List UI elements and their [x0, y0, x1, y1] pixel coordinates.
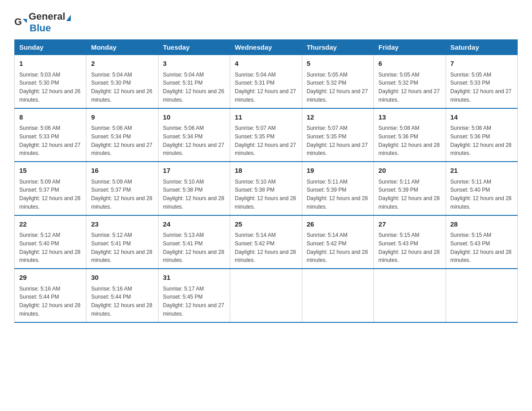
day-cell: 18 Sunrise: 5:10 AM Sunset: 5:38 PM Dayl…: [230, 162, 302, 215]
day-number: 17: [163, 166, 225, 176]
day-cell: 9 Sunrise: 5:06 AM Sunset: 5:34 PM Dayli…: [86, 108, 158, 162]
day-sunrise: Sunrise: 5:11 AM: [378, 179, 419, 185]
day-number: 31: [163, 273, 225, 283]
day-number: 11: [235, 112, 297, 123]
day-number: 12: [307, 112, 369, 123]
day-number: 15: [19, 166, 82, 176]
day-daylight: Daylight: 12 hours and 28 minutes.: [19, 195, 81, 210]
day-sunset: Sunset: 5:34 PM: [163, 133, 203, 140]
day-daylight: Daylight: 12 hours and 28 minutes.: [235, 195, 296, 210]
day-number: 5: [307, 59, 369, 69]
day-sunset: Sunset: 5:31 PM: [163, 80, 203, 86]
col-header-saturday: Saturday: [446, 40, 517, 55]
day-sunrise: Sunrise: 5:14 AM: [307, 232, 348, 238]
day-sunrise: Sunrise: 5:13 AM: [163, 232, 204, 238]
day-number: 25: [235, 219, 297, 230]
day-number: 2: [91, 59, 153, 69]
day-sunset: Sunset: 5:34 PM: [91, 133, 131, 140]
day-daylight: Daylight: 12 hours and 27 minutes.: [19, 142, 81, 157]
day-daylight: Daylight: 12 hours and 27 minutes.: [450, 88, 512, 103]
day-number: 27: [378, 219, 441, 230]
day-daylight: Daylight: 12 hours and 28 minutes.: [19, 302, 81, 317]
day-sunrise: Sunrise: 5:03 AM: [19, 72, 60, 78]
day-sunrise: Sunrise: 5:11 AM: [450, 179, 491, 185]
day-sunset: Sunset: 5:43 PM: [378, 240, 418, 247]
logo-icon: G: [14, 16, 27, 29]
week-row-4: 22 Sunrise: 5:12 AM Sunset: 5:40 PM Dayl…: [15, 215, 518, 269]
week-row-5: 29 Sunrise: 5:16 AM Sunset: 5:44 PM Dayl…: [15, 269, 518, 322]
day-sunset: Sunset: 5:40 PM: [450, 187, 490, 193]
day-number: 24: [163, 219, 225, 230]
day-sunset: Sunset: 5:36 PM: [450, 133, 490, 140]
day-cell: 22 Sunrise: 5:12 AM Sunset: 5:40 PM Dayl…: [15, 215, 86, 269]
day-sunset: Sunset: 5:44 PM: [91, 294, 131, 300]
day-daylight: Daylight: 12 hours and 26 minutes.: [91, 88, 152, 103]
day-sunset: Sunset: 5:41 PM: [163, 240, 203, 247]
day-sunset: Sunset: 5:37 PM: [91, 187, 131, 193]
day-sunset: Sunset: 5:42 PM: [235, 240, 275, 247]
day-cell: 20 Sunrise: 5:11 AM Sunset: 5:39 PM Dayl…: [374, 162, 446, 215]
day-cell: 29 Sunrise: 5:16 AM Sunset: 5:44 PM Dayl…: [15, 269, 86, 322]
day-sunset: Sunset: 5:38 PM: [163, 187, 203, 193]
day-number: 1: [19, 59, 82, 69]
col-header-friday: Friday: [374, 40, 446, 55]
day-number: 14: [450, 112, 513, 123]
day-number: 6: [378, 59, 441, 69]
day-sunset: Sunset: 5:40 PM: [19, 240, 59, 247]
svg-text:G: G: [14, 16, 22, 27]
day-cell: 21 Sunrise: 5:11 AM Sunset: 5:40 PM Dayl…: [446, 162, 517, 215]
day-daylight: Daylight: 12 hours and 28 minutes.: [91, 195, 152, 210]
day-sunset: Sunset: 5:37 PM: [19, 187, 59, 193]
day-daylight: Daylight: 12 hours and 27 minutes.: [378, 88, 440, 103]
day-cell: 16 Sunrise: 5:09 AM Sunset: 5:37 PM Dayl…: [86, 162, 158, 215]
day-number: 10: [163, 112, 225, 123]
logo: G General Blue: [14, 11, 71, 34]
day-daylight: Daylight: 12 hours and 27 minutes.: [307, 88, 368, 103]
day-sunset: Sunset: 5:38 PM: [235, 187, 275, 193]
day-sunrise: Sunrise: 5:05 AM: [378, 72, 419, 78]
day-sunset: Sunset: 5:33 PM: [19, 133, 59, 140]
day-number: 4: [235, 59, 297, 69]
day-sunrise: Sunrise: 5:15 AM: [378, 232, 419, 238]
col-header-sunday: Sunday: [15, 40, 86, 55]
day-daylight: Daylight: 12 hours and 27 minutes.: [307, 142, 368, 157]
day-sunset: Sunset: 5:31 PM: [235, 80, 275, 86]
day-cell: [230, 269, 302, 322]
day-cell: [374, 269, 446, 322]
day-number: 13: [378, 112, 441, 123]
day-sunrise: Sunrise: 5:16 AM: [91, 286, 132, 292]
day-cell: 7 Sunrise: 5:05 AM Sunset: 5:33 PM Dayli…: [446, 55, 517, 108]
day-sunset: Sunset: 5:39 PM: [378, 187, 418, 193]
day-cell: 11 Sunrise: 5:07 AM Sunset: 5:35 PM Dayl…: [230, 108, 302, 162]
day-sunrise: Sunrise: 5:16 AM: [19, 286, 60, 292]
day-sunrise: Sunrise: 5:04 AM: [163, 72, 204, 78]
day-sunset: Sunset: 5:44 PM: [19, 294, 59, 300]
day-cell: 26 Sunrise: 5:14 AM Sunset: 5:42 PM Dayl…: [302, 215, 373, 269]
day-daylight: Daylight: 12 hours and 28 minutes.: [307, 249, 368, 264]
day-sunset: Sunset: 5:39 PM: [307, 187, 347, 193]
day-sunrise: Sunrise: 5:14 AM: [235, 232, 275, 238]
day-number: 9: [91, 112, 153, 123]
day-daylight: Daylight: 12 hours and 26 minutes.: [163, 88, 224, 103]
day-sunset: Sunset: 5:30 PM: [19, 80, 59, 86]
header-row: SundayMondayTuesdayWednesdayThursdayFrid…: [15, 40, 518, 55]
day-daylight: Daylight: 12 hours and 27 minutes.: [163, 142, 224, 157]
day-sunrise: Sunrise: 5:06 AM: [163, 125, 204, 131]
day-sunrise: Sunrise: 5:04 AM: [91, 72, 132, 78]
day-daylight: Daylight: 12 hours and 28 minutes.: [235, 249, 296, 264]
day-number: 30: [91, 273, 153, 283]
day-sunset: Sunset: 5:45 PM: [163, 294, 203, 300]
day-daylight: Daylight: 12 hours and 28 minutes.: [307, 195, 368, 210]
day-number: 20: [378, 166, 441, 176]
day-cell: 27 Sunrise: 5:15 AM Sunset: 5:43 PM Dayl…: [374, 215, 446, 269]
day-number: 3: [163, 59, 225, 69]
day-sunrise: Sunrise: 5:07 AM: [307, 125, 348, 131]
day-cell: 8 Sunrise: 5:06 AM Sunset: 5:33 PM Dayli…: [15, 108, 86, 162]
day-sunset: Sunset: 5:33 PM: [450, 80, 490, 86]
logo-text-blue: Blue: [30, 22, 51, 34]
day-sunset: Sunset: 5:32 PM: [378, 80, 418, 86]
day-sunrise: Sunrise: 5:12 AM: [19, 232, 60, 238]
day-daylight: Daylight: 12 hours and 28 minutes.: [378, 195, 440, 210]
day-sunrise: Sunrise: 5:09 AM: [91, 179, 132, 185]
day-cell: 31 Sunrise: 5:17 AM Sunset: 5:45 PM Dayl…: [158, 269, 230, 322]
